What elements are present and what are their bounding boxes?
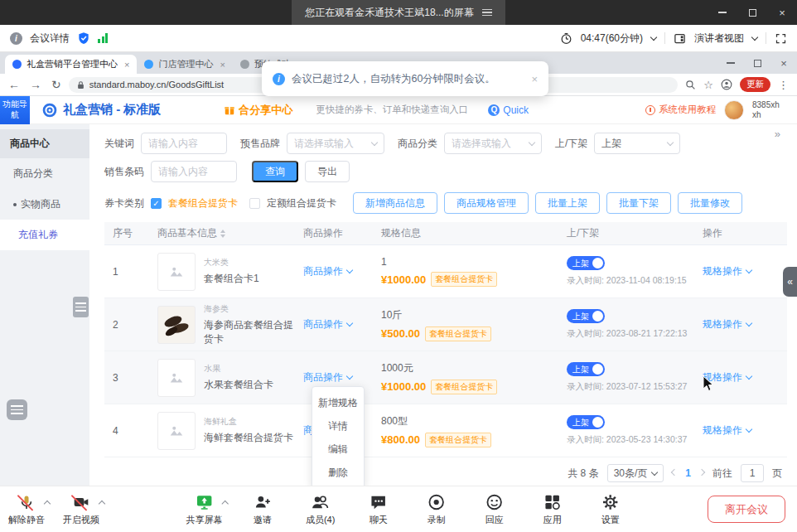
search-button[interactable]: 查询	[252, 161, 298, 182]
browser-minimize-button[interactable]	[717, 52, 744, 74]
spec-operation-link[interactable]: 规格操作	[703, 423, 751, 438]
right-panel-handle[interactable]: «	[783, 267, 797, 297]
shelf-toggle[interactable]: 上架	[567, 415, 605, 429]
entry-time: 录入时间: 2023-07-12 15:53:27	[567, 381, 694, 393]
barcode-input[interactable]	[151, 161, 237, 182]
next-page-button[interactable]	[698, 468, 705, 475]
menu-item-edit[interactable]: 编辑	[312, 438, 364, 461]
browser-update-button[interactable]: 更新	[740, 77, 770, 92]
browser-menu-icon[interactable]: ⋮	[778, 79, 789, 91]
settings-button[interactable]: 设置	[592, 493, 629, 526]
tab-close-icon[interactable]: ×	[124, 60, 129, 70]
product-operation-link[interactable]: 商品操作	[303, 264, 352, 278]
unmute-button[interactable]: 解除静音	[8, 493, 45, 526]
meeting-detail-link[interactable]: 会议详情	[30, 31, 70, 46]
members-button[interactable]: 成员(4)	[302, 493, 339, 526]
share-center-link[interactable]: 合分享中心	[224, 103, 292, 118]
checkbox-combo-card-checked[interactable]: ✓	[151, 198, 162, 209]
search-icon[interactable]	[685, 80, 696, 90]
price: ¥1000.00	[381, 380, 426, 393]
spec-operation-link[interactable]: 规格操作	[703, 264, 751, 278]
goto-suffix: 页	[772, 467, 782, 481]
chat-button[interactable]: 聊天	[360, 493, 397, 526]
browser-tab-active[interactable]: 礼盒营销平台管理中心 ×	[5, 55, 137, 74]
favicon	[12, 60, 22, 69]
sidebar-section-goods-center[interactable]: 商品中心	[0, 129, 89, 158]
back-icon[interactable]: ←	[8, 78, 20, 91]
reaction-button[interactable]: 回应	[476, 493, 513, 526]
menu-item-delete[interactable]: 删除	[312, 461, 364, 484]
leave-meeting-button[interactable]: 离开会议	[708, 496, 785, 523]
header-subtitle: 更快捷的券卡、订单和快递查询入口	[316, 104, 468, 116]
keyword-input[interactable]	[141, 133, 227, 154]
video-options-icon[interactable]	[99, 500, 105, 506]
tutorial-link[interactable]: 系统使用教程	[645, 104, 716, 116]
reload-icon[interactable]: ↻	[51, 78, 61, 91]
shelf-toggle[interactable]: 上架	[567, 309, 605, 323]
collapse-left-icon: «	[787, 276, 793, 288]
sidebar-grip-handle[interactable]	[73, 297, 89, 317]
browser-close-button[interactable]: ×	[770, 52, 797, 74]
category-select[interactable]: 请选择或输入	[444, 133, 542, 154]
timer-dropdown-icon[interactable]	[650, 33, 657, 40]
view-dropdown-icon[interactable]	[751, 33, 758, 40]
shelf-toggle[interactable]: 上架	[567, 362, 605, 376]
batch-edit-button[interactable]: 批量修改	[678, 192, 742, 214]
row-index: 4	[104, 425, 149, 437]
start-video-button[interactable]: 开启视频	[63, 493, 99, 526]
prev-page-button[interactable]	[671, 468, 678, 475]
product-operation-link[interactable]: 商品操作	[303, 370, 352, 384]
view-mode-label[interactable]: 演讲者视图	[694, 31, 744, 46]
mic-options-icon[interactable]	[44, 500, 51, 506]
forward-icon[interactable]: →	[30, 78, 41, 91]
maximize-button[interactable]	[737, 0, 767, 25]
spec-operation-link[interactable]: 规格操作	[703, 317, 751, 331]
checkbox-fixed-card[interactable]	[249, 198, 260, 209]
shelf-select[interactable]: 上架	[594, 133, 680, 154]
brand-select[interactable]: 请选择或输入	[287, 133, 384, 154]
export-button[interactable]: 导出	[305, 161, 350, 182]
spec-value: 1	[381, 256, 558, 268]
shield-icon[interactable]	[77, 31, 90, 45]
batch-off-shelf-button[interactable]: 批量下架	[606, 192, 671, 214]
signal-icon[interactable]	[98, 33, 108, 43]
floating-notes-button[interactable]	[7, 399, 27, 420]
sidebar-item-gift-voucher[interactable]: 充值礼券	[0, 220, 89, 250]
record-button[interactable]: 录制	[418, 493, 455, 526]
collapse-panel-icon[interactable]: »	[775, 128, 780, 140]
browser-tab[interactable]: 门店管理中心 ×	[137, 55, 232, 74]
price: ¥500.00	[381, 327, 420, 340]
invite-button[interactable]: 邀请	[244, 493, 281, 526]
menu-item-add-spec[interactable]: 新增规格	[312, 391, 364, 414]
apps-button[interactable]: 应用	[534, 493, 571, 526]
tab-close-icon[interactable]: ×	[220, 60, 225, 70]
bookmark-star-icon[interactable]: ☆	[703, 79, 713, 91]
sort-icon[interactable]	[220, 230, 225, 238]
product-operation-link[interactable]: 商品操作	[303, 317, 352, 331]
goto-page-input[interactable]	[741, 464, 764, 482]
bullet-icon	[13, 203, 17, 206]
fullscreen-icon[interactable]	[775, 32, 787, 45]
minimize-button[interactable]	[708, 0, 737, 25]
col-product[interactable]: 商品基本信息	[149, 226, 295, 240]
banner-menu-icon[interactable]	[482, 7, 492, 18]
add-product-button[interactable]: 新增商品信息	[353, 192, 437, 214]
user-avatar[interactable]	[724, 100, 744, 120]
browser-maximize-button[interactable]	[744, 52, 770, 74]
close-button[interactable]: ×	[767, 0, 797, 25]
menu-item-detail[interactable]: 详情	[312, 414, 364, 438]
current-page[interactable]: 1	[685, 467, 691, 479]
batch-on-shelf-button[interactable]: 批量上架	[535, 192, 600, 214]
sidebar-item-goods-category[interactable]: 商品分类	[0, 158, 89, 189]
share-screen-button[interactable]: 共享屏幕	[186, 493, 223, 526]
quick-link[interactable]: Q Quick	[488, 104, 529, 116]
page-size-select[interactable]: 30条/页	[607, 464, 664, 482]
profile-icon[interactable]	[721, 79, 732, 90]
screen-share-banner: 您正在观看金禾通技术王斌18...的屏幕	[292, 0, 505, 25]
shelf-toggle[interactable]: 上架	[567, 256, 605, 270]
spec-manage-button[interactable]: 商品规格管理	[444, 192, 529, 214]
toast-close-icon[interactable]: ×	[531, 73, 538, 85]
function-nav-button[interactable]: 功能导航	[0, 96, 30, 124]
sidebar-item-physical-goods[interactable]: 实物商品	[0, 189, 89, 220]
share-options-icon[interactable]	[221, 501, 228, 507]
